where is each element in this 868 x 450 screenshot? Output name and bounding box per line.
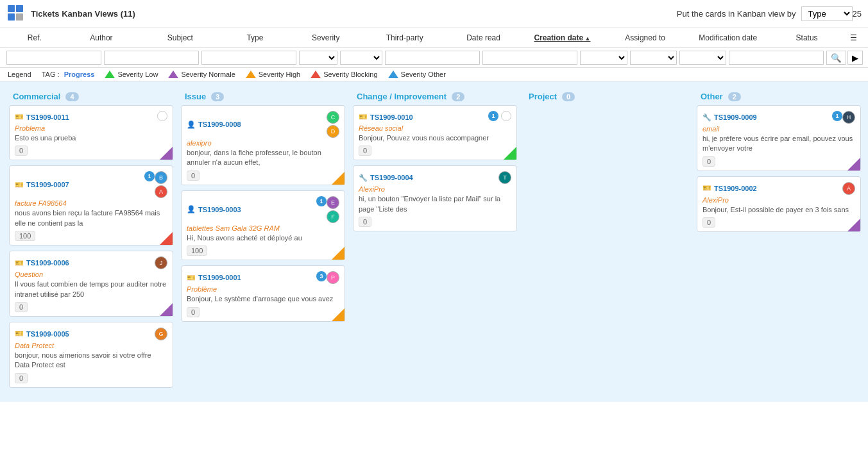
- card-body: bonjour, nous aimerions savoir si votre …: [15, 351, 167, 371]
- kanban-col-change: Change / Improvement2 🎫 TS1909-0010 1 Ré…: [352, 88, 518, 396]
- kanban-col-header-issue[interactable]: Issue3: [180, 88, 346, 105]
- card-footer: 0: [15, 146, 167, 156]
- card-count-badge: 0: [15, 146, 28, 156]
- person-icon: 👤: [187, 121, 196, 129]
- card-header: 🎫 TS1909-0006 J: [15, 256, 167, 269]
- filter-author-input[interactable]: [104, 51, 199, 65]
- filter-expand-button[interactable]: ▶: [847, 51, 863, 65]
- avatar: T: [498, 171, 511, 184]
- severity-high-icon: [246, 71, 256, 78]
- kanban-card[interactable]: 🎫 TS1909-0006 J Question Il vous faut co…: [9, 251, 173, 317]
- ticket-icon: 🎫: [187, 274, 196, 282]
- filter-severity-select[interactable]: [340, 51, 383, 65]
- card-footer: 0: [702, 217, 855, 228]
- kanban-card[interactable]: 🎫 TS1909-0005 G Data Protect bonjour, no…: [9, 322, 173, 388]
- col-header-author[interactable]: Author: [64, 31, 139, 45]
- avatar-stack: CD: [327, 111, 339, 138]
- card-subject: Réseau social: [359, 124, 511, 132]
- avatar: F: [327, 210, 339, 223]
- filter-search-button[interactable]: 🔍: [826, 51, 846, 65]
- kanban-type-select[interactable]: Type: [801, 6, 853, 21]
- kanban-col-header-other[interactable]: Other2: [695, 88, 862, 105]
- col-header-status[interactable]: Status: [769, 31, 844, 45]
- severity-corner: [160, 232, 173, 245]
- col-title-issue: Issue: [185, 92, 206, 101]
- kanban-col-commercial: Commercial4 🎫 TS1909-0011 Problema Esto …: [8, 88, 174, 396]
- card-avatar-area: G: [155, 328, 167, 340]
- avatar: G: [155, 328, 167, 340]
- kanban-card[interactable]: 👤 TS1909-0008 CD alexipro bonjour, dans …: [181, 105, 345, 185]
- card-checkbox[interactable]: [501, 111, 511, 121]
- card-avatar-area: P: [327, 271, 339, 284]
- filter-ref-input[interactable]: [6, 51, 101, 65]
- col-header-type[interactable]: Type: [221, 31, 288, 45]
- card-checkbox[interactable]: [157, 111, 167, 121]
- col-count-other: 2: [728, 92, 741, 101]
- kanban-card[interactable]: 🔧 TS1909-0009 H 1 email hi, je préfere v…: [697, 105, 861, 171]
- card-num-badge: 1: [832, 111, 842, 121]
- filter-type-select[interactable]: [299, 51, 337, 65]
- kanban-card[interactable]: 🎫 TS1909-0001 P 3 Problème Bonjour, Le s…: [181, 265, 345, 321]
- card-ref: 🎫 TS1909-0011: [15, 113, 69, 121]
- kanban-cards-issue: 👤 TS1909-0008 CD alexipro bonjour, dans …: [180, 105, 346, 322]
- wrench-icon: 🔧: [359, 174, 368, 182]
- kanban-card[interactable]: 🎫 TS1909-0007 BA 1 facture FA98564 nous …: [9, 165, 173, 246]
- col-count-issue: 3: [211, 92, 224, 101]
- card-footer: 0: [187, 307, 339, 317]
- severity-blocking-label: Severity Blocking: [323, 71, 377, 78]
- card-body: Bonjour, Est-il possible de payer en 3 f…: [702, 205, 855, 215]
- kanban-col-header-change[interactable]: Change / Improvement2: [352, 88, 518, 105]
- filter-creationdate-select[interactable]: [580, 51, 627, 65]
- kanban-col-other: Other2 🔧 TS1909-0009 H 1 email hi, je pr…: [695, 88, 862, 396]
- card-num-badge: 1: [488, 111, 498, 121]
- card-count-badge: 0: [702, 217, 715, 228]
- kanban-card[interactable]: 🔧 TS1909-0004 T AlexiPro hi, un bouton "…: [353, 165, 517, 231]
- severity-corner: [160, 303, 173, 316]
- avatar: C: [327, 111, 339, 124]
- card-ref: 🎫 TS1909-0007: [15, 181, 69, 189]
- col-header-date-read[interactable]: Date read: [446, 31, 521, 45]
- severity-low-label: Severity Low: [117, 71, 158, 78]
- card-avatar-area: T: [498, 171, 511, 184]
- kanban-col-project: Project0: [523, 88, 690, 396]
- kanban-card[interactable]: 🎫 TS1909-0011 Problema Esto es una prueb…: [9, 105, 173, 160]
- page-number: 25: [853, 9, 862, 19]
- col-header-creation-date[interactable]: Creation date: [521, 31, 604, 45]
- card-body: hi, un bouton "Envoyer la liste par Mail…: [359, 194, 511, 214]
- card-footer: 0: [359, 146, 511, 156]
- col-header-mod-date[interactable]: Modification date: [686, 31, 769, 45]
- col-header-severity[interactable]: Severity: [288, 31, 363, 45]
- card-avatar-area: CD: [327, 111, 339, 138]
- card-num-badge: 1: [316, 196, 327, 206]
- card-avatar-area: A: [842, 182, 855, 195]
- card-avatar-area: EF: [327, 196, 339, 223]
- card-footer: 0: [702, 156, 855, 167]
- filter-third-input[interactable]: [385, 51, 480, 65]
- avatar: E: [327, 196, 339, 209]
- filter-moddate-select[interactable]: [679, 51, 726, 65]
- card-body: Il vous faut combien de temps pour audit…: [15, 279, 167, 299]
- kanban-card[interactable]: 👤 TS1909-0003 EF 1 tablettes Sam Gala 32…: [181, 190, 345, 260]
- col-header-ref[interactable]: Ref.: [5, 31, 64, 45]
- col-header-assigned[interactable]: Assigned to: [604, 31, 686, 45]
- col-header-menu[interactable]: ☰: [844, 31, 863, 45]
- card-ref: 🎫 TS1909-0006: [15, 259, 69, 267]
- card-body: bonjour, dans la fiche professeur, le bo…: [187, 148, 339, 168]
- kanban-card[interactable]: 🎫 TS1909-0002 A AlexiPro Bonjour, Est-il…: [697, 176, 861, 232]
- severity-blocking-icon: [311, 71, 321, 78]
- filter-assigned-select[interactable]: [630, 51, 677, 65]
- card-ref: 🎫 TS1909-0010: [359, 113, 413, 121]
- col-header-third-party[interactable]: Third-party: [363, 31, 446, 45]
- filter-subject-input[interactable]: [201, 51, 296, 65]
- ticket-icon: 🎫: [15, 181, 24, 189]
- severity-corner: [504, 147, 516, 160]
- kanban-col-header-project[interactable]: Project0: [523, 88, 690, 105]
- kanban-card[interactable]: 🎫 TS1909-0010 1 Réseau social Bonjour, P…: [353, 105, 517, 160]
- col-header-subject[interactable]: Subject: [139, 31, 221, 45]
- svg-rect-3: [16, 13, 23, 21]
- person-icon: 👤: [187, 205, 196, 213]
- kanban-col-header-commercial[interactable]: Commercial4: [8, 88, 174, 105]
- filter-status-input[interactable]: [729, 51, 824, 65]
- filter-dateread-input[interactable]: [482, 51, 577, 65]
- avatar-stack: T: [498, 171, 511, 184]
